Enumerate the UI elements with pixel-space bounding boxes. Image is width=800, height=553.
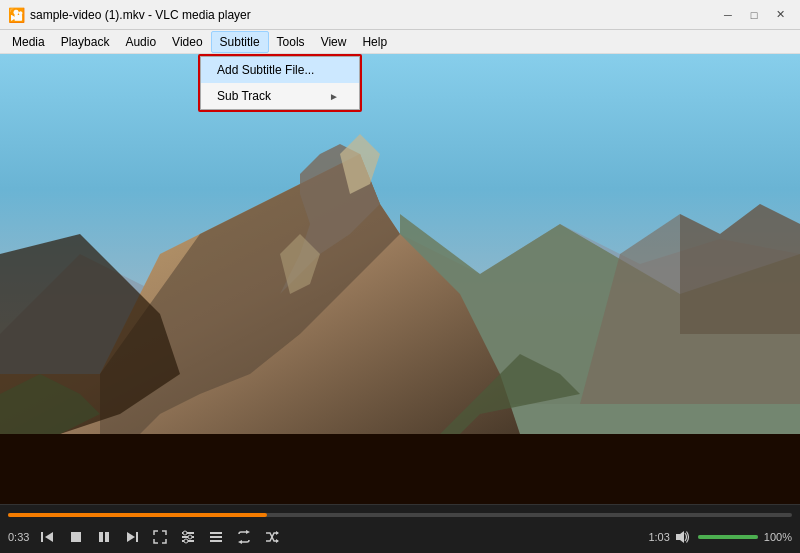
stop-icon [70, 531, 82, 543]
next-icon [125, 530, 139, 544]
playlist-icon [209, 530, 223, 544]
volume-icon [675, 529, 691, 545]
maximize-button[interactable]: □ [742, 5, 766, 25]
svg-point-25 [188, 535, 192, 539]
add-subtitle-label: Add Subtitle File... [217, 63, 314, 77]
previous-button[interactable] [35, 524, 61, 550]
extended-icon [181, 530, 195, 544]
volume-area: 100% [672, 526, 792, 548]
pause-icon [98, 531, 110, 543]
svg-rect-29 [210, 540, 222, 542]
svg-marker-15 [45, 532, 53, 542]
controls-row: 0:33 [0, 521, 800, 553]
extended-settings-button[interactable] [175, 524, 201, 550]
volume-track[interactable] [698, 535, 758, 539]
random-icon [265, 530, 279, 544]
mountain-overlay [0, 54, 800, 504]
next-button[interactable] [119, 524, 145, 550]
svg-marker-30 [246, 530, 250, 534]
window-controls: ─ □ ✕ [716, 5, 792, 25]
menu-tools[interactable]: Tools [269, 31, 313, 53]
menu-help[interactable]: Help [354, 31, 395, 53]
loop-button[interactable] [231, 524, 257, 550]
volume-fill [698, 535, 758, 539]
playlist-button[interactable] [203, 524, 229, 550]
minimize-button[interactable]: ─ [716, 5, 740, 25]
svg-marker-33 [276, 539, 279, 543]
menu-subtitle[interactable]: Subtitle [211, 31, 269, 53]
svg-point-26 [184, 539, 188, 543]
svg-rect-27 [210, 532, 222, 534]
svg-marker-31 [238, 540, 242, 544]
svg-marker-7 [0, 434, 800, 504]
dropdown-highlight-border: Add Subtitle File... Sub Track ► [198, 54, 362, 112]
svg-rect-28 [210, 536, 222, 538]
time-total: 1:03 [648, 531, 669, 543]
volume-button[interactable] [672, 526, 694, 548]
time-elapsed: 0:33 [8, 531, 29, 543]
vlc-icon: 🎦 [8, 7, 24, 23]
fullscreen-icon [153, 530, 167, 544]
svg-marker-34 [676, 531, 684, 543]
dropdown-menu: Add Subtitle File... Sub Track ► [200, 56, 360, 110]
svg-marker-19 [127, 532, 135, 542]
sub-track-arrow: ► [329, 91, 339, 102]
menu-view[interactable]: View [313, 31, 355, 53]
previous-icon [41, 530, 55, 544]
title-bar: 🎦 sample-video (1).mkv - VLC media playe… [0, 0, 800, 30]
menu-bar: Media Playback Audio Video Subtitle Tool… [0, 30, 800, 54]
loop-icon [237, 530, 251, 544]
controls-bar: 0:33 [0, 504, 800, 553]
menu-playback[interactable]: Playback [53, 31, 118, 53]
svg-marker-32 [276, 531, 279, 535]
stop-button[interactable] [63, 524, 89, 550]
svg-rect-17 [99, 532, 103, 542]
svg-marker-11 [680, 204, 800, 334]
svg-rect-16 [71, 532, 81, 542]
progress-area [0, 505, 800, 521]
progress-track[interactable] [8, 513, 792, 517]
add-subtitle-file-item[interactable]: Add Subtitle File... [201, 57, 359, 83]
volume-label: 100% [764, 531, 792, 543]
svg-rect-14 [41, 532, 43, 542]
random-button[interactable] [259, 524, 285, 550]
menu-video[interactable]: Video [164, 31, 210, 53]
fullscreen-button[interactable] [147, 524, 173, 550]
close-button[interactable]: ✕ [768, 5, 792, 25]
menu-media[interactable]: Media [4, 31, 53, 53]
svg-rect-18 [105, 532, 109, 542]
video-area[interactable] [0, 54, 800, 504]
menu-audio[interactable]: Audio [117, 31, 164, 53]
svg-point-24 [183, 531, 187, 535]
pause-button[interactable] [91, 524, 117, 550]
title-text: sample-video (1).mkv - VLC media player [30, 8, 716, 22]
svg-rect-20 [136, 532, 138, 542]
sub-track-item[interactable]: Sub Track ► [201, 83, 359, 109]
sub-track-label: Sub Track [217, 89, 271, 103]
subtitle-dropdown: Add Subtitle File... Sub Track ► [198, 54, 362, 112]
progress-fill [8, 513, 267, 517]
